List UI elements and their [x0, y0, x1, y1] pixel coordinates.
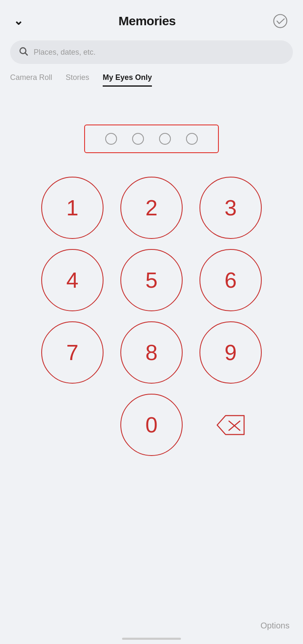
svg-line-2: [25, 53, 28, 56]
key-9[interactable]: 9: [199, 321, 262, 384]
tab-my-eyes-only[interactable]: My Eyes Only: [103, 73, 152, 87]
search-icon: [19, 46, 29, 58]
home-indicator: [122, 638, 181, 640]
svg-point-0: [274, 14, 287, 27]
header: ⌄ Memories: [0, 0, 303, 37]
options-bar: Options: [260, 621, 290, 631]
keypad-row-2: 4 5 6: [41, 249, 262, 311]
pin-dot-3: [159, 133, 171, 145]
keypad-row-3: 7 8 9: [41, 321, 262, 384]
page-title: Memories: [118, 14, 175, 28]
options-button[interactable]: Options: [260, 621, 290, 630]
check-button[interactable]: [271, 12, 290, 30]
key-1[interactable]: 1: [41, 177, 104, 239]
pin-dot-1: [105, 133, 117, 145]
keypad: 1 2 3 4 5 6 7 8 9 0: [17, 177, 286, 456]
backspace-icon: [214, 413, 247, 437]
key-6[interactable]: 6: [199, 249, 262, 311]
pin-input-display: [84, 125, 219, 153]
backspace-button[interactable]: [199, 394, 262, 456]
tab-stories[interactable]: Stories: [66, 73, 89, 87]
key-2[interactable]: 2: [120, 177, 183, 239]
tab-camera-roll[interactable]: Camera Roll: [10, 73, 52, 87]
key-empty: [41, 394, 104, 456]
pin-dot-4: [186, 133, 198, 145]
keypad-row-1: 1 2 3: [41, 177, 262, 239]
search-bar[interactable]: Places, dates, etc.: [10, 40, 293, 64]
checkmark-icon: [272, 13, 288, 29]
key-5[interactable]: 5: [120, 249, 183, 311]
search-container: Places, dates, etc.: [0, 37, 303, 71]
pin-section: 1 2 3 4 5 6 7 8 9 0: [0, 125, 303, 456]
key-8[interactable]: 8: [120, 321, 183, 384]
keypad-row-4: 0: [41, 394, 262, 456]
pin-dot-2: [132, 133, 144, 145]
key-4[interactable]: 4: [41, 249, 104, 311]
key-0[interactable]: 0: [120, 394, 183, 456]
key-7[interactable]: 7: [41, 321, 104, 384]
search-placeholder: Places, dates, etc.: [34, 48, 96, 57]
back-chevron[interactable]: ⌄: [13, 15, 23, 27]
key-3[interactable]: 3: [199, 177, 262, 239]
tabs-bar: Camera Roll Stories My Eyes Only: [0, 71, 303, 87]
